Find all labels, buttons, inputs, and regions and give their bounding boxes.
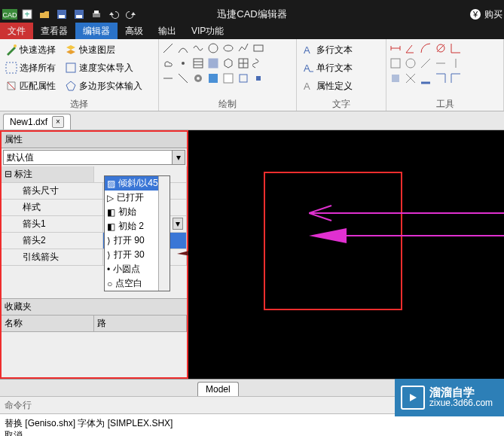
svg-rect-9 bbox=[94, 11, 99, 14]
arrow-shape-open bbox=[309, 202, 504, 224]
ellipse-icon[interactable] bbox=[222, 42, 234, 54]
block-icon[interactable] bbox=[237, 72, 249, 84]
region-icon[interactable] bbox=[207, 57, 219, 69]
dropdown-scrollbar[interactable] bbox=[158, 176, 170, 291]
svg-rect-20 bbox=[194, 59, 203, 68]
stext-icon: A bbox=[302, 62, 314, 74]
tool-g-icon[interactable] bbox=[405, 72, 417, 84]
mtext-icon: A bbox=[302, 44, 314, 56]
tool-h-icon[interactable] bbox=[420, 72, 432, 84]
titlebar bbox=[0, 0, 504, 6]
match-icon bbox=[5, 80, 17, 92]
entity-import-button[interactable]: 速度实体导入 bbox=[63, 60, 145, 75]
polyline-icon[interactable] bbox=[237, 42, 249, 54]
arc-icon[interactable] bbox=[177, 42, 189, 54]
fav-columns: 名称路 bbox=[2, 316, 187, 332]
svg-text:A: A bbox=[304, 81, 310, 92]
undo-icon[interactable] bbox=[105, 7, 122, 22]
play-icon bbox=[401, 386, 425, 410]
properties-title: 属性 bbox=[2, 132, 187, 148]
match-props-button[interactable]: 匹配属性 bbox=[3, 78, 58, 93]
menu-vip[interactable]: VIP功能 bbox=[184, 23, 231, 39]
ribbon-group-text: A多行文本 A单行文本 A属性定义 文字 bbox=[297, 39, 386, 111]
select-all-button[interactable]: 选择所有 bbox=[3, 60, 58, 75]
menu-viewer[interactable]: 查看器 bbox=[33, 23, 75, 39]
svg-rect-7 bbox=[76, 15, 82, 18]
circle-icon[interactable] bbox=[207, 42, 219, 54]
tool-i-icon[interactable] bbox=[435, 72, 447, 84]
menu-output[interactable]: 输出 bbox=[151, 23, 184, 39]
dim-icon[interactable] bbox=[389, 42, 402, 54]
tool-f-icon[interactable] bbox=[389, 72, 402, 84]
properties-panel: 属性 ▾ ⊟ 标注 箭头尺寸2.5 样式STANDARD 箭头1▨ 倾斜/以45… bbox=[0, 130, 188, 379]
layers-icon bbox=[65, 44, 77, 56]
tool-c-icon[interactable] bbox=[420, 57, 432, 69]
tool-j-icon[interactable] bbox=[450, 72, 462, 84]
point-icon[interactable] bbox=[177, 57, 189, 69]
tool-a-icon[interactable] bbox=[389, 57, 402, 69]
mtext-button[interactable]: A多行文本 bbox=[300, 42, 355, 57]
default-input[interactable] bbox=[3, 150, 185, 165]
wipeout-icon[interactable] bbox=[222, 72, 234, 84]
angle-icon[interactable] bbox=[405, 42, 417, 54]
donut-icon[interactable] bbox=[192, 72, 204, 84]
spline-icon[interactable] bbox=[192, 42, 204, 54]
svg-text:CAD: CAD bbox=[2, 11, 17, 19]
select-icon bbox=[5, 62, 17, 74]
svg-point-12 bbox=[14, 44, 17, 47]
tool-b-icon[interactable] bbox=[405, 57, 417, 69]
cad-logo: CAD bbox=[2, 7, 18, 22]
fill-icon[interactable] bbox=[207, 72, 219, 84]
document-tab[interactable]: New1.dxf × bbox=[3, 114, 71, 130]
line-icon[interactable] bbox=[162, 42, 174, 54]
document-tab-label: New1.dxf bbox=[10, 117, 47, 127]
table-icon[interactable] bbox=[237, 57, 249, 69]
close-icon[interactable]: × bbox=[52, 116, 64, 128]
helix-icon[interactable] bbox=[252, 57, 264, 69]
redo-icon[interactable] bbox=[123, 7, 139, 22]
svg-rect-42 bbox=[391, 59, 400, 68]
svg-line-26 bbox=[179, 74, 188, 83]
stext-button[interactable]: A单行文本 bbox=[300, 60, 355, 75]
svg-text:+: + bbox=[24, 9, 29, 20]
svg-point-16 bbox=[209, 44, 218, 53]
menu-editor[interactable]: 编辑器 bbox=[75, 23, 118, 39]
svg-point-43 bbox=[406, 59, 415, 68]
buy-button[interactable]: ¥ 购买 bbox=[469, 6, 502, 23]
command-output: 替换 [Geniso.shx] 字体为 [SIMPLEX.SHX] 取消 bbox=[0, 413, 504, 436]
ord-icon[interactable] bbox=[450, 42, 462, 54]
model-tab[interactable]: Model bbox=[197, 382, 239, 396]
drawing-canvas[interactable] bbox=[188, 130, 504, 379]
favorites-header: 收藏夹 bbox=[2, 298, 187, 316]
chevron-down-icon[interactable]: ▾ bbox=[172, 151, 185, 164]
xline-icon[interactable] bbox=[177, 72, 189, 84]
buy-label: 购买 bbox=[484, 8, 502, 21]
ribbon-group-select: 快速选择 选择所有 匹配属性 快速图层 速度实体导入 多边形实体输入 选择 bbox=[0, 39, 159, 111]
cloud-icon[interactable] bbox=[162, 57, 174, 69]
attrdef-button[interactable]: A属性定义 bbox=[300, 78, 355, 93]
quick-select-button[interactable]: 快速选择 bbox=[3, 42, 58, 57]
new-icon[interactable]: + bbox=[19, 7, 35, 22]
3d-icon[interactable] bbox=[222, 57, 234, 69]
polygon-icon bbox=[65, 80, 77, 92]
tool-e-icon[interactable] bbox=[450, 57, 462, 69]
menu-advanced[interactable]: 高级 bbox=[118, 23, 151, 39]
svg-point-28 bbox=[197, 77, 200, 80]
hatch-icon[interactable] bbox=[192, 57, 204, 69]
ribbon-title-select: 选择 bbox=[3, 97, 155, 111]
open-icon[interactable] bbox=[36, 7, 53, 22]
rect-icon[interactable] bbox=[252, 42, 264, 54]
svg-text:A: A bbox=[304, 63, 310, 74]
save-icon[interactable] bbox=[53, 7, 70, 22]
poly-input-button[interactable]: 多边形实体输入 bbox=[63, 78, 145, 93]
ray-icon[interactable] bbox=[162, 72, 174, 84]
default-dropdown[interactable]: ▾ bbox=[3, 150, 185, 165]
ins-icon[interactable] bbox=[252, 72, 264, 84]
tool-d-icon[interactable] bbox=[435, 57, 447, 69]
print-icon[interactable] bbox=[88, 7, 105, 22]
diam-icon[interactable] bbox=[435, 42, 447, 54]
menu-file[interactable]: 文件 bbox=[0, 23, 33, 39]
saveas-icon[interactable] bbox=[71, 7, 87, 22]
quick-layer-button[interactable]: 快速图层 bbox=[63, 42, 145, 57]
radius-icon[interactable] bbox=[420, 42, 432, 54]
